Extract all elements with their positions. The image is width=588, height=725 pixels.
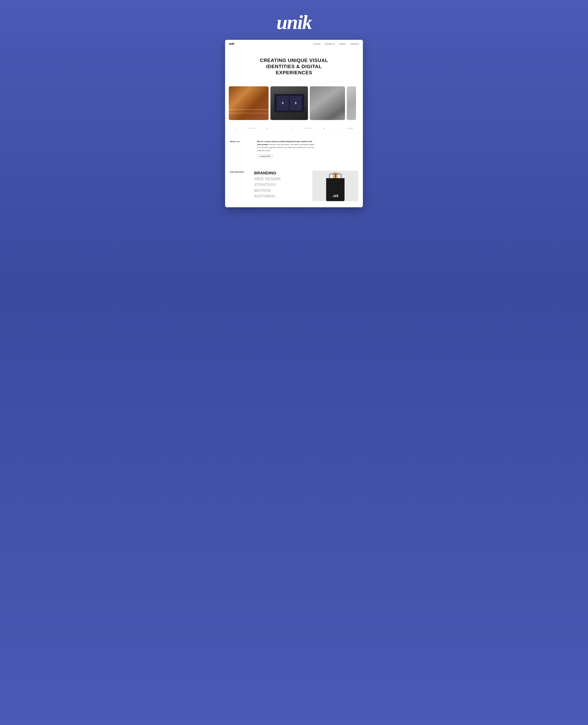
service-strategy[interactable]: STRATEGY: [254, 182, 309, 187]
carousel-item-4[interactable]: [347, 86, 356, 120]
navbar: unik STUDIO PROJECTS LATEST CONTACT: [225, 40, 363, 48]
brand-netflix-2: NETFLIX: [304, 128, 312, 129]
services-list: BRANDING WEB DESIGN STRATEGY MOTION EDIT…: [254, 171, 309, 199]
service-motion[interactable]: MOTION: [254, 188, 309, 193]
service-branding[interactable]: BRANDING: [254, 171, 309, 176]
about-content: We are a design studio providing integra…: [257, 140, 315, 158]
track-image: [229, 86, 269, 120]
brand-netflix-1: NETFLIX: [248, 128, 256, 129]
nav-item-projects[interactable]: PROJECTS: [325, 43, 335, 45]
hero-section: CREATING UNIQUE VISUAL IDENTITIES & DIGI…: [225, 48, 363, 82]
brand-nike-1: ✓: [279, 127, 281, 130]
carousel-item-1[interactable]: [229, 86, 269, 120]
services-label: OUR SERVICES: [230, 171, 244, 173]
about-section: ABOUT US We are a design studio providin…: [225, 134, 363, 165]
partial-image: [347, 86, 356, 120]
services-image: .us: [312, 171, 358, 201]
brand-dropbox-1: ⬡: [235, 127, 237, 130]
learn-more-button[interactable]: LEARN MORE: [257, 154, 273, 158]
billboard-image: 5 5: [270, 86, 308, 120]
about-text: We are a design studio providing integra…: [257, 140, 315, 152]
about-label: ABOUT US: [230, 141, 240, 143]
tote-text: .us: [332, 193, 338, 198]
top-logo: unik: [3, 12, 585, 32]
about-label-area: ABOUT US: [230, 140, 251, 158]
top-logo-area: unik: [3, 6, 585, 40]
service-web-design[interactable]: WEB DESIGN: [254, 176, 309, 182]
image-carousel: 5 5: [225, 82, 363, 123]
billboard-screen-left: 5: [277, 96, 289, 111]
browser-window: unik STUDIO PROJECTS LATEST CONTACT CREA…: [225, 40, 363, 207]
nav-item-latest[interactable]: LATEST: [339, 43, 346, 45]
carousel-item-3[interactable]: [310, 86, 345, 120]
brands-bar: ⬡ NETFLIX ◈ ✓ ⬡ NETFLIX ◈ ✓ NASA: [225, 123, 363, 134]
services-label-area: OUR SERVICES: [230, 171, 251, 173]
nav-item-contact[interactable]: CONTACT: [350, 43, 359, 45]
nav-links: STUDIO PROJECTS LATEST CONTACT: [313, 43, 359, 45]
brand-nike-2: ✓: [335, 127, 337, 130]
brand-nasa: NASA: [348, 128, 353, 129]
brand-framer-2: ◈: [323, 127, 325, 130]
service-editorial[interactable]: EDITORIAL: [254, 194, 309, 199]
nav-item-studio[interactable]: STUDIO: [313, 43, 320, 45]
brand-dropbox-2: ⬡: [291, 127, 294, 130]
brand-framer-1: ◈: [266, 127, 269, 130]
tote-background: .us: [312, 171, 358, 201]
nav-logo[interactable]: unik: [229, 42, 234, 45]
billboard-inner: 5 5: [274, 94, 304, 112]
hero-title: CREATING UNIQUE VISUAL IDENTITIES & DIGI…: [256, 57, 332, 76]
skate-image: [310, 86, 345, 120]
billboard-screen-right: 5: [290, 96, 302, 111]
tote-bag: .us: [326, 178, 344, 201]
services-section: OUR SERVICES BRANDING WEB DESIGN STRATEG…: [225, 165, 363, 207]
carousel-item-2[interactable]: 5 5: [270, 86, 308, 120]
